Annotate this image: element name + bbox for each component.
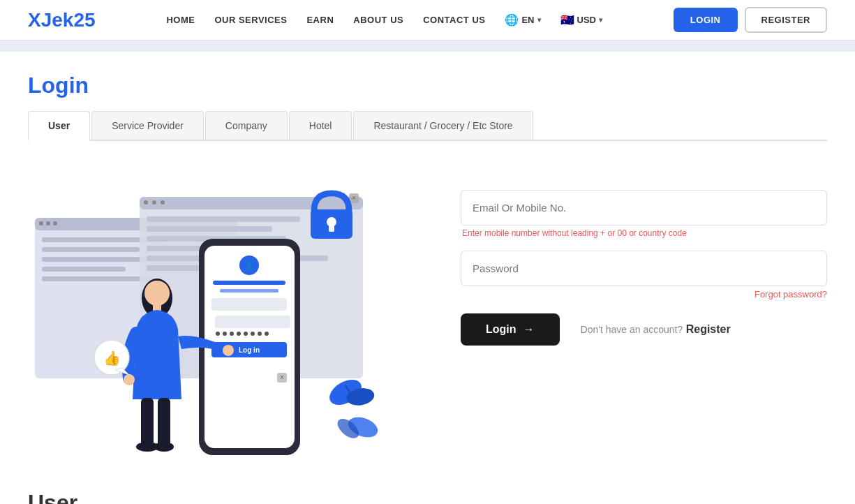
nav-earn[interactable]: EARN [306, 15, 334, 25]
form-actions: Login → Don't have an account? Register [461, 313, 827, 346]
currency-label: USD [577, 15, 596, 25]
password-input[interactable] [461, 251, 827, 286]
svg-rect-25 [329, 225, 334, 232]
svg-rect-55 [158, 398, 170, 447]
svg-rect-33 [215, 316, 290, 328]
svg-rect-3 [46, 221, 50, 225]
svg-rect-31 [220, 289, 278, 292]
brand-name-part2: 25 [73, 9, 95, 31]
bottom-user-label: User [28, 490, 827, 504]
language-selector[interactable]: 🌐 EN ▾ [505, 13, 540, 27]
svg-rect-6 [42, 247, 140, 252]
svg-point-41 [265, 332, 269, 336]
email-hint: Enter mobile number without leading + or… [462, 228, 827, 238]
svg-rect-14 [161, 200, 165, 205]
navbar-login-button[interactable]: LOGIN [674, 8, 738, 32]
svg-text:×: × [280, 373, 284, 381]
login-button[interactable]: Login → [461, 313, 560, 346]
main-content: × 👤 [0, 155, 855, 490]
no-account-section: Don't have an account? Register [581, 323, 731, 336]
svg-rect-9 [42, 276, 154, 281]
login-illustration: × 👤 [28, 176, 419, 469]
language-flag: 🌐 [505, 13, 519, 27]
brand-logo[interactable]: XJek25 [28, 9, 96, 31]
hero-banner [0, 40, 855, 52]
tab-service-provider[interactable]: Service Provider [91, 111, 204, 140]
language-label: EN [521, 15, 534, 25]
brand-name-part1: XJek [28, 9, 73, 31]
tab-company[interactable]: Company [205, 111, 288, 140]
login-section: Login User Service Provider Company Hote… [0, 52, 855, 155]
svg-rect-4 [53, 221, 57, 225]
bottom-section: User [0, 490, 855, 504]
tab-restaurant[interactable]: Restaurant / Grocery / Etc Store [353, 111, 533, 140]
currency-flag: 🇦🇺 [560, 13, 574, 27]
login-title: Login [28, 73, 827, 98]
language-chevron-icon: ▾ [537, 16, 541, 24]
svg-rect-54 [141, 398, 154, 447]
svg-text:👍: 👍 [103, 350, 121, 366]
currency-chevron-icon: ▾ [599, 16, 602, 24]
svg-point-37 [237, 332, 241, 336]
svg-rect-11 [140, 197, 363, 209]
nav-our-services[interactable]: OUR SERVICES [214, 15, 287, 25]
svg-text:×: × [352, 194, 356, 202]
svg-rect-16 [147, 226, 272, 232]
svg-rect-12 [144, 200, 148, 205]
svg-point-57 [154, 442, 174, 452]
svg-point-35 [223, 332, 227, 336]
navbar-register-button[interactable]: REGISTER [745, 7, 827, 33]
nav-contact-us[interactable]: CONTACT US [423, 15, 485, 25]
form-area: Enter mobile number without leading + or… [461, 176, 827, 346]
illustration-area: × 👤 [28, 176, 419, 469]
password-form-group: Forgot password? [461, 251, 827, 299]
navbar: XJek25 HOME OUR SERVICES EARN ABOUT US C… [0, 0, 855, 40]
tab-hotel[interactable]: Hotel [289, 111, 352, 140]
svg-rect-30 [213, 281, 285, 285]
no-account-text: Don't have an account? [581, 324, 683, 335]
svg-point-36 [230, 332, 234, 336]
svg-point-52 [223, 345, 234, 356]
svg-rect-8 [42, 267, 126, 272]
email-input[interactable] [461, 190, 827, 225]
svg-point-38 [244, 332, 248, 336]
svg-rect-13 [152, 200, 156, 205]
svg-point-50 [144, 281, 170, 306]
login-tabs: User Service Provider Company Hotel Rest… [28, 111, 827, 141]
svg-rect-2 [39, 221, 43, 225]
navbar-actions: LOGIN REGISTER [674, 7, 827, 33]
nav-about-us[interactable]: ABOUT US [353, 15, 403, 25]
nav-links: HOME OUR SERVICES EARN ABOUT US CONTACT … [166, 13, 602, 27]
nav-home[interactable]: HOME [166, 15, 195, 25]
svg-rect-15 [147, 216, 300, 222]
register-link[interactable]: Register [686, 323, 731, 335]
svg-point-53 [124, 374, 135, 385]
svg-text:👤: 👤 [244, 260, 255, 272]
svg-rect-32 [211, 298, 287, 311]
email-form-group: Enter mobile number without leading + or… [461, 190, 827, 238]
svg-text:Log in: Log in [239, 346, 260, 354]
currency-selector[interactable]: 🇦🇺 USD ▾ [560, 13, 602, 27]
svg-point-34 [216, 332, 220, 336]
svg-point-39 [251, 332, 255, 336]
forgot-password-link[interactable]: Forgot password? [461, 289, 827, 299]
svg-point-40 [258, 332, 262, 336]
arrow-right-icon: → [523, 323, 535, 336]
tab-user[interactable]: User [28, 111, 90, 141]
login-button-label: Login [486, 323, 516, 336]
